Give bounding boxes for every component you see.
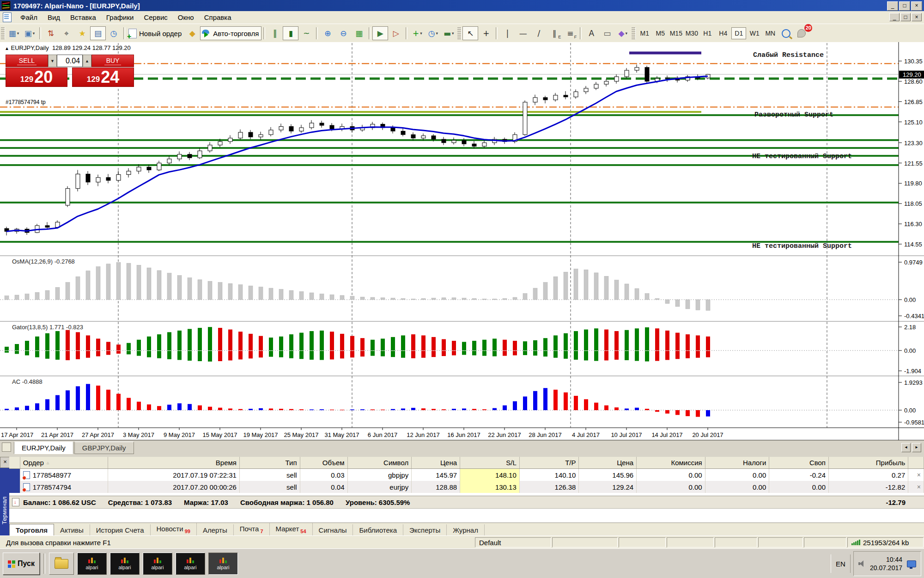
taskbar-app-alpari[interactable]: alpari (110, 553, 140, 575)
timeframe-H1[interactable]: H1 (700, 27, 715, 39)
zoom-out-button[interactable]: ⊖ (335, 26, 351, 40)
panel-collapse-icon[interactable]: ▲ (5, 46, 9, 51)
chart-tab-EURJPY[interactable]: EURJPY,Daily (14, 442, 73, 454)
chart-tab-GBPJPY[interactable]: GBPJPY,Daily (74, 442, 134, 454)
tabs-scroll-right[interactable]: ▸ (912, 443, 921, 452)
close-order-button[interactable]: × (908, 469, 924, 481)
data-window-button[interactable]: ⌖ (59, 26, 74, 40)
chart-line-button[interactable]: ~ (298, 26, 314, 40)
column-header-Время[interactable]: Время (108, 457, 240, 468)
terminal-tab-Торговля[interactable]: Торговля (9, 524, 54, 536)
column-header-x[interactable] (908, 457, 924, 468)
sell-price-button[interactable]: 12920 (6, 68, 67, 87)
timeframe-M15[interactable]: M15 (669, 27, 683, 39)
terminal-tab-Алерты[interactable]: Алерты (197, 524, 234, 536)
tabs-scroll-left[interactable]: ◂ (901, 443, 911, 452)
terminal-tab-Библиотека[interactable]: Библиотека (353, 524, 403, 536)
status-profile[interactable]: Default (475, 537, 551, 547)
terminal-tab-Эксперты[interactable]: Эксперты (403, 524, 447, 536)
start-button[interactable]: Пуск (3, 553, 40, 575)
column-header-Прибыль[interactable]: Прибыль (829, 457, 908, 468)
mdi-restore-button[interactable]: □ (900, 13, 911, 21)
terminal-tab-История Счета[interactable]: История Счета (90, 524, 151, 536)
crosshair-button[interactable]: + (478, 26, 494, 40)
timeframe-MN[interactable]: MN (763, 27, 778, 39)
order-row[interactable]: 17785747942017.07.20 00:00:26sell0.04eur… (9, 481, 924, 493)
speaker-icon[interactable] (858, 560, 865, 567)
folder-taskbar-button[interactable] (49, 553, 74, 575)
order-row[interactable]: 17785489772017.07.19 07:22:31sell0.03gbp… (9, 469, 924, 481)
column-header-Цена[interactable]: Цена (412, 457, 460, 468)
terminal-tab-Активы[interactable]: Активы (54, 524, 90, 536)
market-watch-button[interactable]: ⇅ (43, 26, 59, 40)
close-order-button[interactable]: × (908, 481, 924, 493)
maximize-button[interactable]: □ (899, 1, 910, 11)
volume-input[interactable]: 0.04 (57, 55, 83, 67)
windows-icon[interactable] (2, 443, 11, 452)
horizontal-line-button[interactable]: — (515, 26, 531, 40)
language-indicator[interactable]: EN (831, 554, 851, 573)
text-button[interactable]: A (584, 26, 599, 40)
column-header-Налоги[interactable]: Налоги (705, 457, 770, 468)
tile-windows-button[interactable]: ▦ (351, 26, 367, 40)
column-header-Своп[interactable]: Своп (769, 457, 829, 468)
timeframe-M5[interactable]: M5 (653, 27, 668, 39)
cursor-button[interactable]: ↖ (462, 26, 478, 40)
menu-Графики[interactable]: Графики (101, 12, 139, 23)
minimize-button[interactable]: _ (887, 1, 898, 11)
menu-Справка[interactable]: Справка (199, 12, 237, 23)
column-header-S/L[interactable]: S/L (460, 457, 520, 468)
trendline-button[interactable]: / (531, 26, 547, 40)
terminal-tab-Журнал[interactable]: Журнал (447, 524, 485, 536)
zoom-in-button[interactable]: ⊕ (320, 26, 335, 40)
periods-button[interactable]: ◷▾ (425, 26, 441, 40)
vertical-line-button[interactable]: | (499, 26, 515, 40)
taskbar-app-alpari[interactable]: alpari (143, 553, 172, 575)
menu-Сервис[interactable]: Сервис (139, 12, 172, 23)
menu-Файл[interactable]: Файл (15, 12, 43, 23)
chart-candlesticks-button[interactable]: ▮ (283, 26, 298, 40)
column-header-Символ[interactable]: Символ (348, 457, 412, 468)
network-monitor-icon[interactable] (907, 560, 916, 567)
auto-scroll-button[interactable]: ▶ (372, 26, 388, 40)
autotrading-button[interactable]: Авто-торговля (200, 26, 261, 40)
column-header-Цена[interactable]: Цена (579, 457, 637, 468)
taskbar-app-alpari[interactable]: alpari (208, 553, 238, 575)
text-label-button[interactable]: ▭ (599, 26, 615, 40)
timeframe-M1[interactable]: M1 (637, 27, 652, 39)
menu-Вид[interactable]: Вид (43, 12, 65, 23)
mdi-minimize-button[interactable]: _ (889, 13, 900, 21)
chart-canvas[interactable]: 130.35128.60126.85125.10123.30121.55119.… (0, 42, 924, 440)
volume-down-button[interactable]: ▼ (48, 55, 57, 67)
volume-up-button[interactable]: ▲ (83, 55, 91, 67)
strategy-tester-button[interactable]: ◷ (106, 26, 122, 40)
taskbar-app-alpari[interactable]: alpari (176, 553, 205, 575)
sell-button[interactable]: SELL (6, 55, 48, 67)
notifications-button[interactable]: 20 (794, 26, 809, 40)
mdi-close-button[interactable]: × (912, 13, 922, 21)
metaeditor-button[interactable]: ◆ (184, 26, 200, 40)
terminal-tab-Почта[interactable]: Почта 7 (234, 523, 270, 536)
column-header-x[interactable] (9, 457, 20, 468)
terminal-tab-Сигналы[interactable]: Сигналы (313, 524, 353, 536)
column-header-Ордер[interactable]: Ордер▵ (20, 457, 108, 468)
timeframe-W1[interactable]: W1 (747, 27, 762, 39)
new-chart-button[interactable]: ▦▾ (6, 26, 22, 40)
buy-price-button[interactable]: 12924 (72, 68, 134, 87)
timeframe-H4[interactable]: H4 (716, 27, 730, 39)
column-header-Объем[interactable]: Объем (300, 457, 348, 468)
chart-window[interactable]: 130.35128.60126.85125.10123.30121.55119.… (0, 42, 924, 440)
equidistant-channel-button[interactable]: ∥E (547, 26, 562, 40)
fibonacci-button[interactable]: ≡F (562, 26, 578, 40)
terminal-close-button[interactable]: × (0, 457, 10, 468)
timeframe-D1[interactable]: D1 (731, 27, 746, 39)
terminal-button[interactable]: ▤ (90, 26, 106, 40)
profiles-button[interactable]: ▣▾ (22, 26, 37, 40)
buy-button[interactable]: BUY (91, 55, 134, 67)
menu-Окно[interactable]: Окно (173, 12, 199, 23)
taskbar-app-alpari[interactable]: alpari (77, 553, 107, 575)
column-header-Тип[interactable]: Тип (240, 457, 300, 468)
indicators-list-button[interactable]: +▾ (409, 26, 425, 40)
column-header-T/P[interactable]: T/P (520, 457, 579, 468)
terminal-tab-Новости[interactable]: Новости 99 (151, 523, 197, 536)
